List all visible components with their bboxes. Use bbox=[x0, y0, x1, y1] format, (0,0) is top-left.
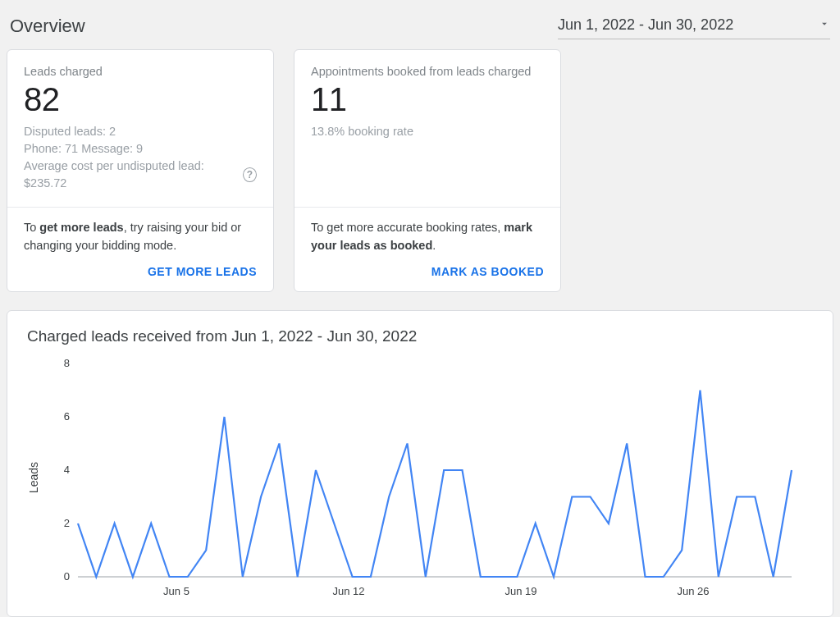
chevron-down-icon bbox=[819, 16, 830, 34]
page-title: Overview bbox=[10, 16, 85, 37]
disputed-leads: Disputed leads: 2 bbox=[24, 123, 257, 140]
svg-text:8: 8 bbox=[64, 357, 70, 369]
chart-y-axis-label: Leads bbox=[27, 462, 40, 493]
date-range-picker[interactable]: Jun 1, 2022 - Jun 30, 2022 bbox=[558, 13, 830, 39]
svg-text:Jun 19: Jun 19 bbox=[504, 585, 536, 597]
appointments-tip: To get more accurate booking rates, mark… bbox=[311, 219, 544, 255]
appointments-value: 11 bbox=[311, 81, 544, 118]
svg-text:Jun 26: Jun 26 bbox=[677, 585, 709, 597]
svg-text:0: 0 bbox=[64, 570, 70, 583]
phone-message-counts: Phone: 71 Message: 9 bbox=[24, 140, 257, 158]
leads-tip: To get more leads, try raising your bid … bbox=[24, 219, 257, 255]
svg-text:2: 2 bbox=[64, 517, 70, 529]
appointments-booked-card: Appointments booked from leads charged 1… bbox=[294, 49, 561, 292]
mark-as-booked-button[interactable]: MARK AS BOOKED bbox=[311, 255, 544, 286]
svg-text:4: 4 bbox=[64, 464, 70, 476]
appointments-label: Appointments booked from leads charged bbox=[311, 65, 544, 78]
leads-charged-card: Leads charged 82 Disputed leads: 2 Phone… bbox=[7, 49, 274, 292]
svg-text:6: 6 bbox=[64, 410, 70, 423]
date-range-label: Jun 1, 2022 - Jun 30, 2022 bbox=[558, 16, 733, 34]
svg-text:Jun 5: Jun 5 bbox=[163, 585, 189, 597]
chart-title: Charged leads received from Jun 1, 2022 … bbox=[27, 327, 813, 345]
booking-rate: 13.8% booking rate bbox=[311, 123, 544, 140]
avg-cost-per-lead: Average cost per undisputed lead: $235.7… bbox=[24, 158, 238, 192]
svg-text:Jun 12: Jun 12 bbox=[332, 585, 364, 597]
leads-charged-label: Leads charged bbox=[24, 65, 257, 78]
charged-leads-chart: 02468Jun 5Jun 12Jun 19Jun 26 bbox=[45, 355, 800, 601]
charged-leads-chart-card: Charged leads received from Jun 1, 2022 … bbox=[7, 310, 833, 617]
leads-charged-value: 82 bbox=[24, 81, 257, 118]
help-icon[interactable]: ? bbox=[243, 167, 257, 182]
get-more-leads-button[interactable]: GET MORE LEADS bbox=[24, 255, 257, 286]
